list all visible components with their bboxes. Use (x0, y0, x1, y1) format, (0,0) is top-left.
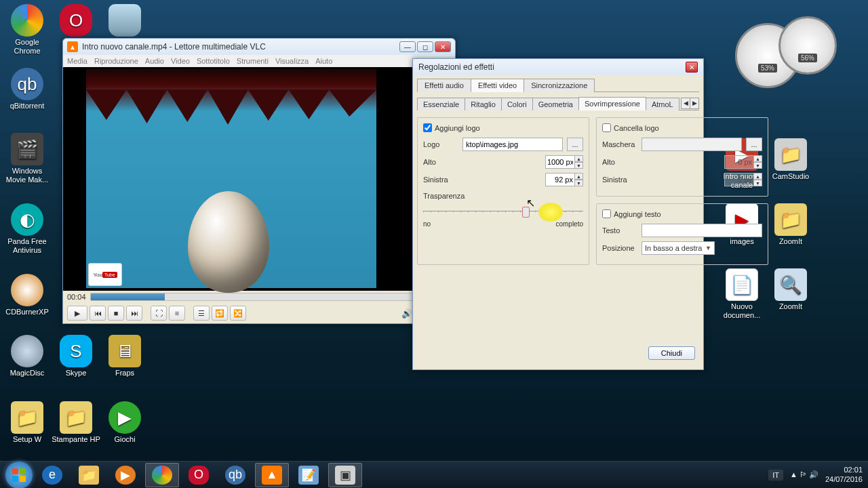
spin-up[interactable]: ▲ (574, 173, 583, 180)
taskbar-explorer[interactable]: 📁 (72, 463, 106, 487)
text-input[interactable] (642, 224, 762, 237)
tab-essential[interactable]: Essenziale (417, 98, 465, 110)
icon-label: Panda Free Antivirus (3, 237, 52, 255)
transparency-slider[interactable] (423, 205, 583, 219)
tab-geometry[interactable]: Geometria (532, 98, 579, 110)
menu-tools[interactable]: Strumenti (237, 57, 269, 65)
tab-overlay[interactable]: Sovrimpressione (578, 97, 646, 110)
spin-down[interactable]: ▼ (753, 180, 762, 186)
erase-top-input (724, 155, 754, 169)
shuffle-button[interactable]: 🔀 (230, 306, 246, 321)
taskbar-vlc[interactable]: ▲ (255, 463, 289, 487)
desktop-icon-panda[interactable]: ◐Panda Free Antivirus (3, 203, 52, 255)
desktop-icon-moviemaker[interactable]: 🎬Windows Movie Mak... (3, 133, 52, 184)
logo-left-input[interactable] (545, 173, 575, 186)
desktop-icon-zoomit2[interactable]: 🔍ZoomIt (766, 268, 815, 311)
desktop-icon-doc[interactable]: 📄Nuovo documen... (717, 268, 766, 320)
dialog-close-action[interactable]: Chiudi (648, 346, 695, 360)
maximize-button[interactable]: ◻ (417, 41, 433, 52)
icon-label: Setup W (3, 435, 52, 444)
language-indicator[interactable]: IT (768, 470, 783, 481)
tab-video-effects[interactable]: Effetti video (471, 79, 524, 92)
logo-label: Logo (423, 140, 458, 148)
seek-bar[interactable] (90, 293, 430, 301)
logo-browse-button[interactable]: ... (567, 138, 583, 151)
loop-button[interactable]: 🔁 (212, 306, 228, 321)
logo-top-input[interactable] (545, 155, 575, 169)
start-button[interactable] (5, 462, 33, 489)
mask-browse-button[interactable]: ... (746, 138, 762, 151)
ext-settings-button[interactable]: ≡ (169, 306, 185, 321)
icon-label: qBittorrent (3, 102, 52, 110)
desktop-icon-qbittorrent[interactable]: qbqBittorrent (3, 68, 52, 110)
stop-button[interactable]: ■ (108, 306, 124, 321)
desktop-icon-stampante[interactable]: 📁Stampante HP (52, 401, 100, 444)
tab-sync[interactable]: Sincronizzazione (524, 79, 595, 92)
taskbar-wmp[interactable]: ▶ (108, 463, 142, 487)
taskbar-qbit[interactable]: qb (218, 463, 252, 487)
svg-marker-0 (86, 89, 376, 125)
desktop-icon-zoomit1[interactable]: 📁ZoomIt (766, 203, 815, 246)
logo-path-input[interactable] (462, 138, 563, 151)
taskbar-ie[interactable]: e (35, 463, 69, 487)
icon-label: CamStudio (766, 172, 815, 181)
erase-logo-checkbox[interactable] (602, 123, 611, 132)
menu-video[interactable]: Video (171, 57, 190, 65)
close-button[interactable]: ✕ (435, 41, 451, 52)
menu-playback[interactable]: Riproduzione (94, 57, 138, 65)
icon-label: MagicDisc (3, 369, 52, 378)
desktop-icon-chrome[interactable]: Google Chrome (3, 4, 52, 56)
dialog-titlebar[interactable]: Regolazioni ed effetti ✕ (413, 59, 703, 75)
desktop-icon-skype[interactable]: SSkype (52, 335, 100, 378)
tab-scroll-right[interactable]: ▶ (690, 98, 699, 109)
menu-audio[interactable]: Audio (145, 57, 164, 65)
prev-button[interactable]: ⏮ (90, 306, 106, 321)
position-select[interactable]: In basso a destra▼ (642, 241, 715, 255)
clock[interactable]: 02:0124/07/2016 (825, 466, 863, 483)
desktop-icon-fraps[interactable]: 🖥Fraps (100, 335, 149, 378)
spin-down[interactable]: ▼ (753, 162, 762, 169)
desktop-icon-setupw[interactable]: 📁Setup W (3, 401, 52, 444)
minimize-button[interactable]: — (399, 41, 416, 52)
taskbar-chrome[interactable] (145, 463, 179, 487)
tray-icons[interactable]: ▲ 🏳 🔊 (790, 470, 818, 479)
volume-icon[interactable]: 🔊 (401, 308, 412, 319)
tab-crop[interactable]: Ritaglio (465, 98, 502, 110)
desktop-icon-cdburner[interactable]: CDBurnerXP (3, 274, 52, 317)
dialog-close-button[interactable]: ✕ (686, 62, 698, 73)
desktop-icon-recycle[interactable] (100, 4, 149, 38)
mask-label: Maschera (602, 140, 637, 148)
menu-view[interactable]: Visualizza (275, 57, 309, 65)
menu-media[interactable]: Media (67, 57, 87, 65)
spin-up[interactable]: ▲ (753, 173, 762, 180)
menu-help[interactable]: Aiuto (315, 57, 332, 65)
spin-down[interactable]: ▼ (574, 180, 583, 186)
vlc-titlebar[interactable]: ▲ Intro nuovo canale.mp4 - Lettore multi… (63, 39, 455, 55)
tab-colors[interactable]: Colori (501, 98, 533, 110)
menu-subtitle[interactable]: Sottotitolo (197, 57, 230, 65)
desktop-icon-giochi[interactable]: ▶Giochi (100, 401, 149, 444)
spin-up[interactable]: ▲ (753, 155, 762, 162)
playlist-button[interactable]: ☰ (193, 306, 210, 321)
add-text-checkbox[interactable] (602, 209, 611, 218)
desktop-icon-camstudio[interactable]: 📁CamStudio (766, 138, 815, 181)
sub-tabs: Essenziale Ritaglio Colori Geometria Sov… (417, 96, 699, 110)
taskbar-camstudio[interactable]: ▣ (328, 463, 362, 487)
spin-down[interactable]: ▼ (574, 162, 583, 169)
svg-rect-4 (20, 476, 26, 482)
video-viewport[interactable]: YouTube (63, 67, 455, 291)
desktop-icon-magicdisc[interactable]: MagicDisc (3, 335, 52, 378)
taskbar-notepad[interactable]: 📝 (292, 463, 326, 487)
play-button[interactable]: ▶ (67, 306, 87, 321)
add-logo-checkbox[interactable] (423, 123, 432, 132)
next-button[interactable]: ⏭ (126, 306, 142, 321)
tab-audio-effects[interactable]: Effetti audio (417, 79, 471, 92)
gauge-value: 56% (798, 54, 817, 62)
tab-atmo[interactable]: AtmoL (646, 98, 679, 110)
fullscreen-button[interactable]: ⛶ (151, 306, 167, 321)
spin-up[interactable]: ▲ (574, 155, 583, 162)
icon-label: Nuovo documen... (717, 302, 766, 320)
taskbar-opera[interactable]: O (182, 463, 216, 487)
tab-scroll-left[interactable]: ◀ (681, 98, 690, 109)
erase-sin-label: Sinistra (602, 176, 637, 184)
